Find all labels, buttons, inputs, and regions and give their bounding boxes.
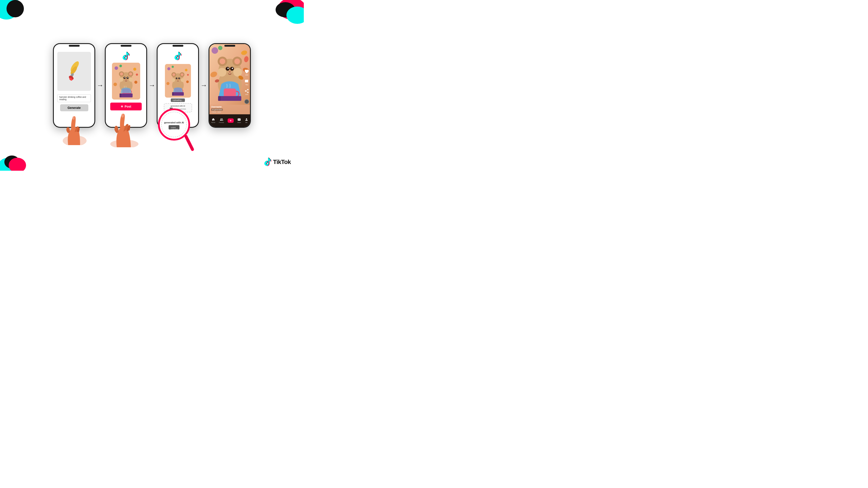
paintbrush-icon: [62, 59, 87, 84]
ai-canvas: [57, 52, 91, 91]
main-container: hamster drinking coffee and reading Gene…: [0, 0, 304, 171]
uploading-badge: Uploading...: [171, 98, 185, 102]
phone4-inner: 102 Yes: [209, 44, 250, 127]
tiktok-logo-phone3: [174, 52, 182, 61]
share-button[interactable]: 102: [244, 89, 249, 95]
comment-button[interactable]: Yes: [244, 79, 249, 86]
svg-point-20: [120, 72, 123, 75]
like-count: 102: [245, 74, 248, 76]
nav-plus[interactable]: +: [228, 119, 234, 123]
svg-point-75: [218, 68, 226, 76]
comment-count: Yes: [245, 84, 248, 86]
tiktok-brand-text: TikTok: [273, 159, 291, 165]
nav-friends[interactable]: Friends: [219, 118, 224, 123]
comment-icon: [244, 79, 249, 84]
hand1-svg: [59, 110, 90, 145]
heart-icon: [244, 69, 249, 74]
tiktok-logo-phone2: [122, 52, 130, 61]
svg-point-17: [129, 77, 133, 82]
svg-point-85: [229, 71, 231, 72]
svg-point-50: [179, 78, 180, 78]
svg-text:content: content: [171, 127, 176, 128]
hand2-svg: [107, 108, 142, 147]
svg-point-84: [232, 68, 233, 69]
inbox-icon: [238, 118, 241, 121]
svg-rect-54: [172, 92, 174, 96]
svg-point-16: [119, 77, 123, 82]
prompt-text: hamster drinking coffee and reading: [59, 96, 86, 101]
svg-point-36: [187, 74, 189, 76]
tiktok-brand-icon: [264, 158, 272, 166]
svg-point-8: [115, 66, 118, 70]
plus-button[interactable]: +: [228, 119, 234, 123]
svg-rect-88: [218, 96, 221, 101]
music-label: ♪ Music · Artist: [211, 111, 223, 113]
svg-point-42: [181, 78, 185, 82]
svg-rect-87: [218, 96, 241, 101]
tiktok-icon-phone3: [174, 52, 182, 61]
svg-point-49: [177, 78, 177, 78]
svg-point-35: [185, 69, 187, 71]
magnifier-svg: generated with AI content credentials: [157, 106, 196, 154]
hamster-image-phone2: [112, 63, 140, 100]
share-icon: [244, 89, 249, 93]
share-count: 102: [245, 93, 248, 95]
svg-point-68: [218, 46, 222, 50]
hand1-container: [59, 110, 90, 145]
post-label: Post: [125, 105, 131, 108]
svg-point-46: [181, 73, 183, 76]
profile-icon: [245, 118, 248, 121]
magnifier-container: generated with AI content credentials: [157, 106, 196, 154]
me-label: Me: [245, 122, 248, 123]
svg-point-58: [161, 111, 187, 138]
prompt-input[interactable]: hamster drinking coffee and reading: [57, 94, 91, 102]
ai-generated-label: AI-generated: [211, 108, 223, 111]
svg-point-79: [220, 59, 225, 64]
svg-line-65: [186, 136, 192, 149]
phone4-notch: [224, 45, 235, 46]
phone4: 102 Yes: [209, 43, 251, 128]
like-button[interactable]: 102: [244, 69, 249, 76]
svg-point-45: [173, 73, 175, 76]
svg-point-21: [129, 72, 132, 75]
svg-point-10: [133, 68, 136, 71]
arrow3: →: [200, 82, 207, 89]
svg-text:credentials: credentials: [171, 128, 178, 130]
nav-home[interactable]: Home: [211, 118, 215, 123]
hamster-art-phone3: [165, 64, 191, 98]
phone4-content: 102 Yes: [209, 44, 250, 127]
svg-point-24: [124, 77, 125, 78]
svg-point-34: [172, 66, 174, 68]
friends-label: Friends: [219, 122, 224, 123]
step3-container: Uploading... generated with AI ai conten…: [157, 43, 199, 128]
tiktok-brand: TikTok: [264, 158, 291, 166]
svg-point-41: [171, 78, 175, 82]
tiktok-sidebar: 102 Yes: [244, 67, 249, 104]
step2-container: ✳ Post: [105, 43, 147, 128]
hamster-image-phone3: [165, 64, 191, 98]
nav-inbox[interactable]: Inbox: [238, 118, 241, 123]
fullscreen-hamster: [209, 44, 250, 105]
home-icon: [212, 118, 215, 121]
svg-point-11: [136, 73, 138, 76]
tiktok-icon-phone2: [122, 52, 130, 61]
step4-container: 102 Yes: [209, 43, 251, 128]
username-label: Username: [211, 106, 223, 108]
arrow2: →: [148, 82, 155, 89]
svg-rect-29: [120, 94, 121, 97]
arrow1: →: [97, 82, 103, 89]
svg-point-67: [212, 47, 218, 54]
svg-point-33: [167, 67, 170, 70]
svg-rect-53: [172, 92, 184, 96]
phone3-notch: [173, 45, 183, 46]
svg-point-83: [227, 68, 229, 69]
tiktok-user-info: Username AI-generated ♪ Music · Artist: [211, 106, 223, 113]
step1-container: hamster drinking coffee and reading Gene…: [53, 43, 95, 128]
hand2-container: [107, 108, 142, 147]
hamster-art-phone2: [112, 63, 140, 100]
nav-me[interactable]: Me: [245, 118, 248, 123]
music-disc: [244, 99, 249, 104]
home-label: Home: [211, 122, 215, 123]
svg-point-80: [235, 59, 240, 64]
svg-point-9: [119, 65, 122, 67]
